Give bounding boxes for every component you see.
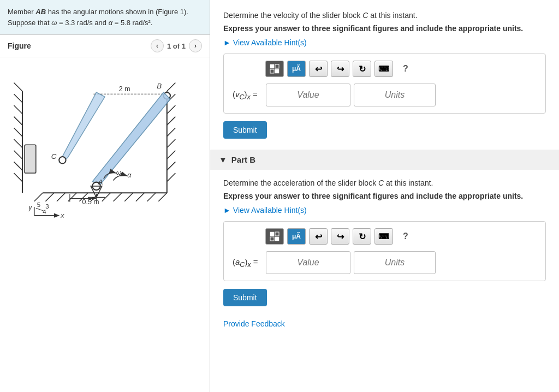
svg-line-12 — [158, 193, 167, 201]
svg-marker-32 — [60, 92, 105, 162]
help-button-b[interactable]: ? — [396, 228, 415, 245]
hint-triangle-icon: ► — [223, 38, 231, 47]
part-a-hint-label: View Available Hint(s) — [233, 38, 307, 47]
svg-rect-64 — [275, 64, 279, 68]
svg-line-10 — [136, 193, 145, 201]
part-b-eq-label: (aC)x = — [233, 257, 263, 269]
svg-line-16 — [167, 105, 176, 114]
svg-rect-65 — [270, 69, 274, 73]
part-b-units-input[interactable] — [354, 251, 436, 274]
svg-text:α: α — [127, 171, 132, 179]
part-a-toolbar: μÃ ↩ ↪ ↻ ⌨ ? — [233, 61, 537, 77]
svg-text:y: y — [28, 204, 32, 211]
figure-next-button[interactable]: › — [189, 39, 202, 52]
mu-button-a[interactable]: μÃ — [287, 61, 306, 77]
figure-nav: ‹ 1 of 1 › — [151, 39, 202, 52]
right-panel: Determine the velocity of the slider blo… — [210, 0, 559, 392]
svg-line-39 — [14, 105, 22, 114]
svg-rect-35 — [25, 145, 36, 173]
svg-line-18 — [167, 128, 176, 136]
svg-line-20 — [167, 151, 176, 159]
svg-line-44 — [14, 162, 22, 170]
svg-line-43 — [14, 151, 22, 159]
figure-image-area: 2 m B A C — [0, 57, 210, 221]
svg-line-14 — [167, 83, 176, 92]
part-a-equation-row: (vC)x = — [233, 84, 537, 106]
problem-text-intro: Member AB has the angular motions shown … — [8, 8, 188, 27]
help-button-a[interactable]: ? — [396, 61, 415, 77]
svg-line-37 — [14, 83, 22, 92]
part-a-input-box: μÃ ↩ ↪ ↻ ⌨ ? (vC)x = — [223, 54, 546, 114]
redo-button-b[interactable]: ↪ — [331, 228, 349, 245]
svg-text:B: B — [157, 82, 162, 90]
part-b-hint-link[interactable]: ► View Available Hint(s) — [223, 206, 307, 215]
svg-line-1 — [34, 193, 43, 201]
svg-line-8 — [114, 193, 122, 201]
part-b-header: ▼ Part B — [210, 150, 559, 170]
part-b-title: Part B — [231, 155, 255, 164]
grid-icon-b — [270, 231, 280, 241]
part-b-determine-text: Determine the acceleration of the slider… — [223, 179, 546, 187]
svg-line-17 — [167, 117, 176, 126]
part-a-units-input[interactable] — [354, 84, 436, 106]
hint-triangle-icon-b: ► — [223, 206, 231, 215]
part-a-section: Determine the velocity of the slider blo… — [223, 11, 546, 150]
svg-line-38 — [14, 94, 22, 103]
provide-feedback-link[interactable]: Provide Feedback — [223, 319, 285, 328]
keyboard-button-a[interactable]: ⌨ — [374, 61, 393, 77]
svg-line-45 — [14, 173, 22, 182]
svg-text:2 m: 2 m — [119, 85, 130, 93]
svg-marker-27 — [92, 92, 170, 185]
part-a-value-input[interactable] — [266, 84, 350, 106]
part-b-section: Determine the acceleration of the slider… — [223, 179, 546, 317]
part-b-hint-label: View Available Hint(s) — [233, 206, 307, 215]
part-b-express-text: Express your answer to three significant… — [223, 192, 546, 200]
svg-point-33 — [59, 157, 66, 163]
grid-button-a[interactable] — [265, 61, 284, 77]
svg-text:3: 3 — [45, 203, 49, 210]
svg-line-9 — [124, 193, 133, 201]
mu-button-b[interactable]: μÃ — [287, 228, 306, 245]
grid-icon-a — [270, 64, 280, 74]
svg-line-19 — [167, 139, 176, 148]
svg-line-11 — [147, 193, 156, 201]
part-b-value-input[interactable] — [266, 251, 350, 274]
svg-line-42 — [14, 139, 22, 148]
part-a-eq-label: (vC)x = — [233, 90, 263, 101]
undo-button-a[interactable]: ↩ — [309, 61, 328, 77]
svg-line-41 — [14, 128, 22, 136]
part-a-hint-link[interactable]: ► View Available Hint(s) — [223, 38, 307, 47]
figure-page: 1 of 1 — [167, 42, 186, 50]
svg-line-21 — [167, 162, 176, 170]
part-b-toolbar: μÃ ↩ ↪ ↻ ⌨ ? — [233, 228, 537, 245]
part-b-collapse-icon[interactable]: ▼ — [219, 155, 227, 164]
refresh-button-b[interactable]: ↻ — [353, 228, 371, 245]
svg-line-2 — [45, 193, 54, 201]
keyboard-button-b[interactable]: ⌨ — [374, 228, 393, 245]
part-a-submit-button[interactable]: Submit — [223, 121, 267, 139]
svg-marker-53 — [54, 213, 60, 218]
part-a-express-text: Express your answer to three significant… — [223, 24, 546, 33]
problem-statement: Member AB has the angular motions shown … — [0, 0, 210, 35]
figure-prev-button[interactable]: ‹ — [151, 39, 164, 52]
svg-line-22 — [167, 173, 176, 182]
svg-text:5: 5 — [37, 201, 40, 208]
grid-button-b[interactable] — [265, 228, 284, 245]
figure-section: Figure ‹ 1 of 1 › — [0, 35, 210, 221]
left-panel: Member AB has the angular motions shown … — [0, 0, 210, 392]
svg-line-40 — [14, 117, 22, 126]
part-b-equation-row: (aC)x = — [233, 251, 537, 274]
undo-button-b[interactable]: ↩ — [309, 228, 328, 245]
svg-rect-66 — [275, 69, 279, 73]
svg-rect-70 — [275, 237, 279, 241]
redo-button-a[interactable]: ↪ — [331, 61, 349, 77]
part-b-input-box: μÃ ↩ ↪ ↻ ⌨ ? (aC)x = — [223, 221, 546, 281]
part-b-submit-button[interactable]: Submit — [223, 289, 267, 306]
part-a-determine-text: Determine the velocity of the slider blo… — [223, 11, 546, 20]
svg-rect-68 — [275, 232, 279, 236]
svg-text:C: C — [51, 152, 57, 161]
figure-header: Figure ‹ 1 of 1 › — [0, 35, 210, 57]
refresh-button-a[interactable]: ↻ — [353, 61, 371, 77]
svg-rect-69 — [270, 237, 274, 241]
svg-rect-67 — [270, 232, 274, 236]
